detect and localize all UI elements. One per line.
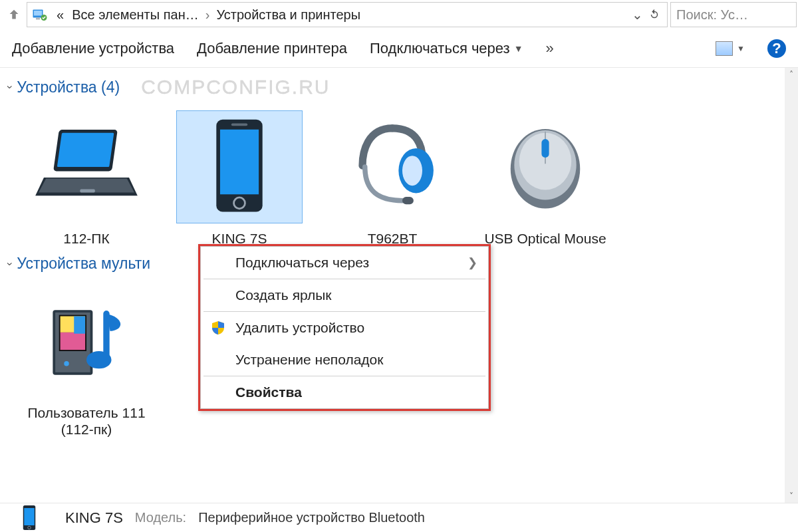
thumbnail-icon (716, 41, 733, 56)
toolbar-overflow-button[interactable]: » (546, 40, 554, 57)
device-item-phone[interactable]: KING 7S (173, 110, 306, 247)
device-label: USB Optical Mouse (484, 230, 606, 247)
add-printer-button[interactable]: Добавление принтера (197, 40, 347, 57)
collapse-icon: › (4, 85, 16, 88)
watermark-text: COMPCONFIG.RU (141, 76, 330, 98)
details-device-icon (5, 505, 53, 531)
device-item-mediaserver[interactable]: Пользователь 111 (112-пк) (20, 285, 153, 438)
nav-up-button[interactable] (1, 2, 27, 27)
media-server-icon (23, 285, 150, 398)
ctx-properties[interactable]: Свойства (201, 376, 488, 408)
chevron-down-icon: ▼ (514, 43, 523, 54)
ctx-create-shortcut[interactable]: Создать ярлык (201, 279, 488, 311)
details-model-label: Модель: (135, 510, 186, 525)
laptop-icon (23, 110, 150, 223)
toolbar: Добавление устройства Добавление принтер… (0, 29, 798, 68)
connect-via-button[interactable]: Подключаться через ▼ (370, 40, 523, 57)
svg-rect-26 (74, 317, 85, 334)
svg-point-28 (86, 351, 112, 368)
scroll-down-icon[interactable]: ˅ (785, 489, 798, 503)
device-item-headset[interactable]: T962BT (326, 110, 459, 247)
svg-rect-20 (541, 139, 549, 158)
breadcrumb-item-1[interactable]: Все элементы пан… (68, 7, 203, 23)
group-devices-header[interactable]: › Устройства (4) COMPCONFIG.RU (0, 70, 798, 104)
scroll-up-icon[interactable]: ˄ (785, 68, 798, 81)
search-input[interactable] (676, 7, 798, 23)
devices-row: 112-ПК KING 7S (0, 104, 798, 247)
device-item-laptop[interactable]: 112-ПК (20, 110, 153, 247)
help-button[interactable]: ? (767, 39, 786, 58)
ctx-remove-device[interactable]: Удалить устройство (201, 312, 488, 344)
mouse-icon (482, 110, 608, 223)
svg-rect-10 (220, 130, 259, 195)
ctx-troubleshoot[interactable]: Устранение неполадок (201, 344, 488, 376)
ctx-connect-via[interactable]: Подключаться через ❯ (201, 247, 488, 279)
breadcrumb-separator: › (203, 7, 213, 23)
svg-rect-1 (34, 11, 42, 16)
svg-rect-11 (231, 123, 247, 126)
svg-rect-30 (24, 508, 35, 525)
group-multimedia-title: Устройства мульти (17, 255, 150, 273)
breadcrumb-box[interactable]: « Все элементы пан… › Устройства и принт… (27, 2, 668, 27)
svg-rect-7 (57, 133, 114, 167)
control-panel-icon (31, 6, 49, 23)
breadcrumb-item-2[interactable]: Устройства и принтеры (212, 7, 364, 23)
ctx-label: Устранение неполадок (235, 352, 383, 368)
ctx-label: Свойства (235, 384, 302, 400)
phone-icon (176, 110, 303, 223)
connect-via-label: Подключаться через (370, 40, 510, 57)
ctx-label: Создать ярлык (235, 287, 332, 303)
device-label: Пользователь 111 (112-пк) (20, 404, 153, 438)
vertical-scrollbar[interactable]: ˄ ˅ (785, 68, 798, 503)
svg-point-15 (402, 156, 422, 186)
ctx-label: Удалить устройство (235, 320, 364, 336)
view-toggle-button[interactable]: ▼ (716, 41, 745, 56)
ctx-label: Подключаться через (235, 255, 369, 271)
svg-rect-25 (61, 332, 86, 350)
chevron-right-icon: ❯ (467, 255, 477, 270)
details-device-name: KING 7S (65, 509, 123, 527)
content-area: › Устройства (4) COMPCONFIG.RU (0, 68, 798, 503)
collapse-icon: › (4, 262, 16, 265)
details-pane: KING 7S Модель: Периферийное устройство … (0, 503, 798, 532)
add-device-label: Добавление устройства (12, 40, 174, 57)
device-item-mouse[interactable]: USB Optical Mouse (479, 110, 612, 247)
svg-rect-8 (80, 190, 94, 193)
breadcrumb-history-dropdown[interactable]: ⌄ (629, 7, 646, 23)
breadcrumb-root-chevron: « (53, 7, 68, 23)
group-devices-title: Устройства (4) (17, 78, 120, 96)
add-device-button[interactable]: Добавление устройства (12, 40, 174, 57)
search-box[interactable] (670, 2, 797, 27)
address-bar: « Все элементы пан… › Устройства и принт… (0, 0, 798, 29)
headset-icon (329, 110, 456, 223)
device-label: 112-ПК (63, 230, 109, 247)
uac-shield-icon (210, 320, 226, 336)
context-menu: Подключаться через ❯ Создать ярлык (198, 244, 491, 411)
svg-point-27 (64, 361, 69, 366)
add-printer-label: Добавление принтера (197, 40, 347, 57)
breadcrumb-refresh-icon[interactable] (646, 9, 663, 21)
chevron-down-icon: ▼ (737, 44, 745, 53)
svg-rect-2 (36, 18, 40, 20)
svg-rect-16 (402, 197, 414, 204)
details-model-value: Периферийное устройство Bluetooth (198, 510, 425, 525)
